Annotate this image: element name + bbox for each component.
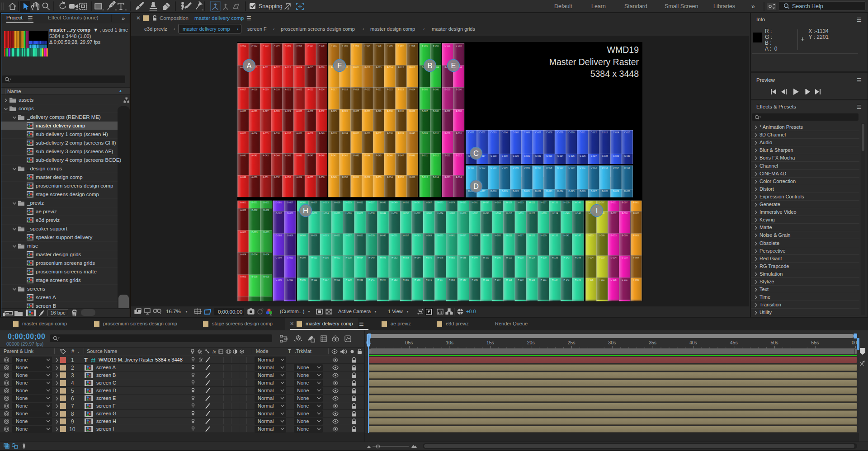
svg-text:F-002: F-002 <box>342 45 348 47</box>
svg-text:H-011: H-011 <box>311 279 317 281</box>
svg-text:5384 x 3448: 5384 x 3448 <box>590 69 639 79</box>
svg-text:C-011: C-011 <box>580 132 585 134</box>
svg-text:D-002: D-002 <box>479 167 485 169</box>
svg-text:fx: fx <box>212 349 217 354</box>
svg-text:H-129: H-129 <box>541 235 547 237</box>
svg-text:H-119: H-119 <box>518 279 524 281</box>
svg-text:H-020: H-020 <box>334 212 340 215</box>
svg-text:H-056: H-056 <box>403 212 409 215</box>
svg-text:H-038: H-038 <box>368 212 374 215</box>
svg-text:D-022: D-022 <box>535 190 541 193</box>
svg-text:E-007: E-007 <box>444 110 450 113</box>
svg-text:Small Screen: Small Screen <box>665 3 698 9</box>
svg-text:F-028: F-028 <box>364 110 370 113</box>
svg-text:F-031: F-031 <box>398 110 404 113</box>
svg-text:H-049: H-049 <box>392 202 397 204</box>
svg-text:H-123: H-123 <box>529 235 535 237</box>
svg-text:A-026: A-026 <box>251 110 257 113</box>
svg-text:B-010: B-010 <box>433 132 439 135</box>
svg-text:F-038: F-038 <box>387 132 393 135</box>
svg-text:A-027: A-027 <box>263 110 269 113</box>
svg-text:H-146: H-146 <box>575 212 581 215</box>
svg-text:E-002: E-002 <box>611 212 617 215</box>
svg-text:C: C <box>473 149 479 157</box>
svg-text:B-001: B-001 <box>252 202 258 204</box>
svg-text:F-030: F-030 <box>387 110 393 113</box>
svg-text:C-013: C-013 <box>602 132 608 134</box>
svg-text:F-051: F-051 <box>354 176 359 179</box>
svg-text:H-069: H-069 <box>426 235 432 237</box>
svg-text:F-003: F-003 <box>633 235 639 237</box>
svg-text:C-001: C-001 <box>468 132 474 134</box>
svg-text:B-004: B-004 <box>252 254 258 256</box>
svg-text:A-028: A-028 <box>274 110 280 113</box>
svg-text:H-109: H-109 <box>506 202 512 204</box>
svg-text:H-065: H-065 <box>415 279 420 281</box>
svg-text:H-093: H-093 <box>472 235 478 237</box>
svg-text:H-125: H-125 <box>529 279 535 281</box>
svg-text:D-023: D-023 <box>546 190 552 193</box>
svg-text:H-086: H-086 <box>460 212 466 215</box>
svg-text:C-003: C-003 <box>491 132 496 134</box>
svg-text:A-018: A-018 <box>251 89 257 91</box>
svg-text:D-021: D-021 <box>524 190 530 193</box>
svg-text:D-003: D-003 <box>491 167 496 169</box>
svg-text:F-005: F-005 <box>376 45 382 47</box>
svg-text:F-001: F-001 <box>331 45 337 47</box>
svg-text:D-020: D-020 <box>513 190 519 193</box>
svg-text:A-019: A-019 <box>263 89 269 91</box>
svg-text:B-006: B-006 <box>433 89 439 91</box>
svg-text:B-002: B-002 <box>433 45 439 47</box>
svg-text:B-004: B-004 <box>264 254 269 256</box>
svg-text:C-005: C-005 <box>513 132 519 134</box>
svg-text:A-056: A-056 <box>319 176 325 179</box>
svg-text:A-044: A-044 <box>274 155 280 157</box>
svg-text:G-007: G-007 <box>287 202 293 204</box>
svg-text:C-021: C-021 <box>524 155 530 157</box>
svg-text:A-017: A-017 <box>240 89 246 91</box>
svg-text:H-052: H-052 <box>392 257 397 259</box>
svg-text:E-012: E-012 <box>456 155 462 157</box>
svg-text:F-021: F-021 <box>376 89 382 91</box>
svg-text:F-044: F-044 <box>364 155 370 157</box>
svg-text:E-009: E-009 <box>444 132 450 135</box>
svg-text:B-002: B-002 <box>252 209 258 211</box>
svg-text:Libraries: Libraries <box>713 3 735 9</box>
svg-text:B-009: B-009 <box>422 132 428 135</box>
svg-text:A-003: A-003 <box>240 231 246 234</box>
svg-text:F-011: F-011 <box>354 66 359 69</box>
svg-text:A-003: A-003 <box>263 45 269 47</box>
svg-text:A-042: A-042 <box>251 155 257 157</box>
svg-text:H-051: H-051 <box>392 235 397 237</box>
svg-text:D-027: D-027 <box>591 190 597 193</box>
svg-text:B: B <box>427 61 432 70</box>
svg-text:H-122: H-122 <box>529 212 535 215</box>
svg-text:F-039: F-039 <box>398 132 404 135</box>
svg-text:30s: 30s <box>608 340 616 345</box>
svg-text:H-025: H-025 <box>346 202 352 204</box>
svg-text:C-025: C-025 <box>569 155 575 157</box>
svg-text:H-062: H-062 <box>415 212 420 215</box>
svg-text:H-003: H-003 <box>300 235 306 237</box>
svg-text:Default: Default <box>554 3 572 9</box>
svg-text:D-001: D-001 <box>468 167 474 169</box>
svg-text:C-022: C-022 <box>535 155 541 157</box>
svg-text:A-033: A-033 <box>240 132 246 135</box>
svg-text:F-025: F-025 <box>331 110 337 113</box>
svg-text:D-024: D-024 <box>557 190 563 193</box>
svg-text:H-083: H-083 <box>449 279 455 281</box>
svg-text:A-030: A-030 <box>296 110 302 113</box>
svg-text:A-041: A-041 <box>240 155 246 157</box>
svg-text:D-028: D-028 <box>602 190 608 193</box>
svg-text:F-045: F-045 <box>376 155 382 157</box>
svg-text:A-016: A-016 <box>319 66 325 69</box>
svg-text:F-008: F-008 <box>410 45 415 47</box>
svg-text:A-020: A-020 <box>274 89 280 91</box>
svg-text:F-042: F-042 <box>342 155 348 157</box>
svg-text:F-015: F-015 <box>398 66 404 69</box>
svg-text:Snapping: Snapping <box>259 3 283 9</box>
svg-text:45s: 45s <box>730 340 738 345</box>
svg-text:F-047: F-047 <box>398 155 404 157</box>
svg-text:H-134: H-134 <box>552 212 558 215</box>
svg-text:F-005: F-005 <box>633 279 639 281</box>
